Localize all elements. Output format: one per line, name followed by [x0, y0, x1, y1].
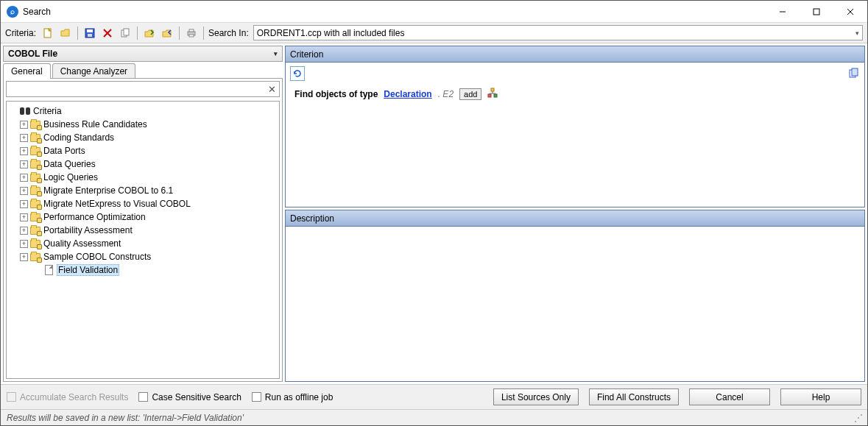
svg-rect-6: [87, 29, 93, 32]
folder-icon: [29, 132, 41, 143]
chevron-down-icon: ▾: [855, 29, 859, 37]
list-sources-button[interactable]: List Sources Only: [493, 388, 579, 405]
tree-filter[interactable]: ✕: [6, 81, 280, 97]
file-type-combo[interactable]: COBOL File ▾: [3, 46, 283, 62]
folder-icon: [29, 171, 41, 183]
tree-leaf-label: Field Validation: [58, 265, 118, 275]
hierarchy-icon[interactable]: [487, 88, 498, 100]
close-button[interactable]: [833, 1, 867, 23]
add-button[interactable]: add: [459, 88, 481, 100]
import-button[interactable]: [142, 26, 157, 40]
tab-change-analyzer[interactable]: Change Analyzer: [52, 63, 135, 79]
folder-icon: [29, 145, 41, 157]
criterion-header: Criterion: [286, 46, 864, 63]
expand-icon[interactable]: +: [20, 240, 28, 248]
refresh-button[interactable]: [290, 66, 305, 81]
maximize-button[interactable]: [800, 1, 833, 23]
folder-icon: [29, 158, 41, 170]
new-file-icon: [43, 28, 53, 38]
cancel-button[interactable]: Cancel: [689, 388, 770, 405]
tree-item-label: Migrate NetExpress to Visual COBOL: [43, 199, 191, 209]
toolbar: Criteria: Search In: ORDRENT1.ccp with a…: [1, 23, 867, 43]
save-button[interactable]: [82, 26, 97, 40]
expand-icon[interactable]: +: [20, 227, 28, 235]
offline-checkbox[interactable]: Run as offline job: [252, 392, 334, 402]
criterion-panel: Criterion Find objects of type: [285, 46, 865, 207]
search-in-combo[interactable]: ORDRENT1.ccp with all included files ▾: [253, 25, 863, 40]
file-type-label: COBOL File: [8, 49, 57, 59]
tree-item[interactable]: +Migrate NetExpress to Visual COBOL: [8, 197, 278, 210]
checkbox-icon: [252, 392, 261, 402]
copy-icon: [120, 28, 130, 38]
tree-leaf-field-validation[interactable]: Field Validation: [8, 263, 278, 277]
open-criteria-button[interactable]: [58, 26, 73, 40]
window-title: Search: [23, 7, 766, 17]
tab-general[interactable]: General: [3, 63, 51, 79]
tree-item[interactable]: +Data Ports: [8, 144, 278, 157]
resize-grip-icon[interactable]: ⋰: [854, 413, 861, 423]
delete-icon: [102, 28, 113, 38]
svg-rect-13: [189, 29, 194, 32]
copy-button[interactable]: [118, 26, 133, 40]
folder-icon: [29, 198, 41, 210]
expand-icon[interactable]: +: [20, 213, 28, 221]
maximize-icon: [813, 8, 820, 15]
expand-icon[interactable]: +: [20, 121, 28, 129]
tree-item[interactable]: +Migrate Enterprise COBOL to 6.1: [8, 184, 278, 197]
tree-item[interactable]: +Portability Assessment: [8, 224, 278, 237]
tree-item-label: Quality Assessment: [43, 238, 121, 249]
svg-rect-1: [814, 9, 819, 15]
refresh-icon: [292, 68, 303, 79]
tree-item[interactable]: +Logic Queries: [8, 171, 278, 184]
minimize-button[interactable]: [766, 1, 800, 23]
new-criteria-button[interactable]: [40, 26, 55, 40]
tree-item[interactable]: +Data Queries: [8, 157, 278, 171]
e2-label: . E2: [438, 89, 454, 99]
help-button[interactable]: Help: [780, 388, 861, 405]
delete-button[interactable]: [100, 26, 115, 40]
tree-item[interactable]: +Business Rule Candidates: [8, 118, 278, 131]
expand-icon[interactable]: +: [20, 187, 28, 195]
expand-icon[interactable]: +: [20, 134, 28, 142]
close-icon: [847, 8, 854, 15]
find-objects-label: Find objects of type: [294, 89, 378, 99]
titlebar: ⌕ Search: [1, 1, 867, 23]
tree-filter-input[interactable]: [10, 83, 268, 95]
expand-icon[interactable]: +: [20, 147, 28, 155]
tree-root[interactable]: Criteria: [8, 104, 278, 118]
tree-item[interactable]: +Quality Assessment: [8, 237, 278, 250]
tree-item[interactable]: +Sample COBOL Constructs: [8, 250, 278, 263]
clear-filter-icon[interactable]: ✕: [268, 84, 276, 95]
copy-icon: [848, 67, 860, 79]
print-button[interactable]: [184, 26, 199, 40]
app-icon: ⌕: [7, 6, 18, 18]
expand-icon[interactable]: +: [20, 160, 28, 168]
search-in-label: Search In:: [208, 28, 249, 38]
tree-root-label: Criteria: [33, 106, 62, 116]
copy-criterion-button[interactable]: [847, 65, 861, 80]
tree-item-label: Business Rule Candidates: [43, 119, 147, 129]
expand-icon[interactable]: +: [20, 174, 28, 182]
tree-item[interactable]: +Coding Standards: [8, 131, 278, 144]
find-all-button[interactable]: Find All Constructs: [589, 388, 679, 405]
folder-icon: [29, 224, 41, 236]
tree-item-label: Coding Standards: [43, 132, 114, 143]
chevron-down-icon: ▾: [274, 50, 278, 57]
description-panel: Description: [285, 210, 865, 382]
export-button[interactable]: [160, 26, 174, 40]
expand-icon[interactable]: +: [20, 253, 28, 261]
status-bar: Results will be saved in a new list: 'In…: [1, 409, 867, 425]
svg-rect-11: [124, 29, 129, 35]
bottom-bar: Accumulate Search Results Case Sensitive…: [1, 384, 867, 409]
tree-item[interactable]: +Performance Optimization: [8, 210, 278, 224]
folder-icon: [29, 238, 41, 249]
expand-icon[interactable]: +: [20, 200, 28, 208]
description-header: Description: [286, 210, 864, 227]
criteria-tree[interactable]: Criteria +Business Rule Candidates+Codin…: [6, 101, 280, 379]
case-sensitive-checkbox[interactable]: Case Sensitive Search: [138, 392, 241, 402]
folder-icon: [29, 185, 41, 196]
tree-item-label: Data Queries: [43, 159, 96, 169]
tree-item-label: Performance Optimization: [43, 212, 146, 222]
declaration-link[interactable]: Declaration: [384, 89, 431, 99]
tree-item-label: Migrate Enterprise COBOL to 6.1: [43, 185, 173, 196]
